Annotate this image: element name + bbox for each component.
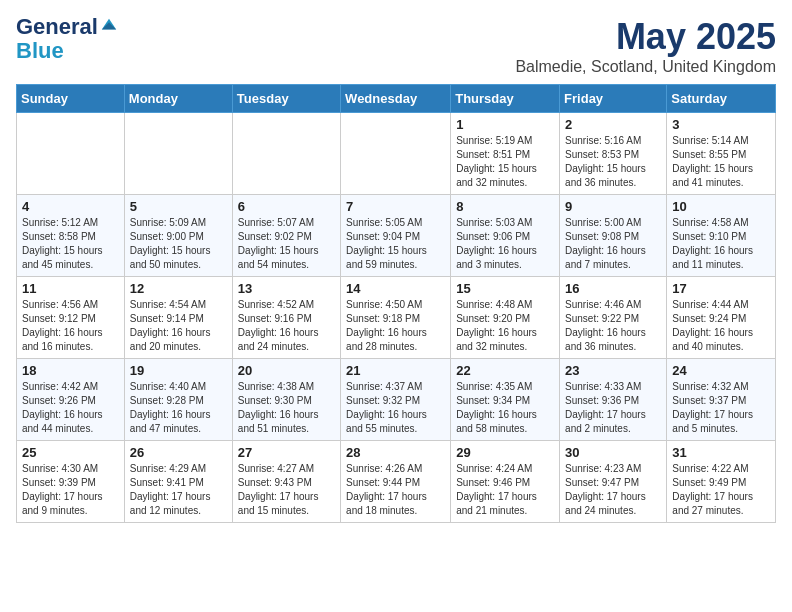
calendar-cell: 4Sunrise: 5:12 AMSunset: 8:58 PMDaylight…: [17, 195, 125, 277]
calendar-cell: 17Sunrise: 4:44 AMSunset: 9:24 PMDayligh…: [667, 277, 776, 359]
svg-marker-1: [102, 22, 116, 29]
day-header-saturday: Saturday: [667, 85, 776, 113]
day-number: 8: [456, 199, 554, 214]
day-info: Sunrise: 4:48 AMSunset: 9:20 PMDaylight:…: [456, 298, 554, 354]
day-info: Sunrise: 5:00 AMSunset: 9:08 PMDaylight:…: [565, 216, 661, 272]
day-info: Sunrise: 4:24 AMSunset: 9:46 PMDaylight:…: [456, 462, 554, 518]
day-number: 5: [130, 199, 227, 214]
calendar-cell: 23Sunrise: 4:33 AMSunset: 9:36 PMDayligh…: [560, 359, 667, 441]
day-number: 19: [130, 363, 227, 378]
calendar-cell: [341, 113, 451, 195]
day-info: Sunrise: 5:14 AMSunset: 8:55 PMDaylight:…: [672, 134, 770, 190]
day-info: Sunrise: 4:58 AMSunset: 9:10 PMDaylight:…: [672, 216, 770, 272]
day-header-monday: Monday: [124, 85, 232, 113]
day-number: 2: [565, 117, 661, 132]
day-info: Sunrise: 5:03 AMSunset: 9:06 PMDaylight:…: [456, 216, 554, 272]
day-number: 12: [130, 281, 227, 296]
day-info: Sunrise: 4:30 AMSunset: 9:39 PMDaylight:…: [22, 462, 119, 518]
day-number: 29: [456, 445, 554, 460]
calendar-cell: 15Sunrise: 4:48 AMSunset: 9:20 PMDayligh…: [451, 277, 560, 359]
logo-icon: [100, 17, 118, 35]
calendar-cell: 5Sunrise: 5:09 AMSunset: 9:00 PMDaylight…: [124, 195, 232, 277]
day-number: 9: [565, 199, 661, 214]
day-info: Sunrise: 4:35 AMSunset: 9:34 PMDaylight:…: [456, 380, 554, 436]
day-info: Sunrise: 5:19 AMSunset: 8:51 PMDaylight:…: [456, 134, 554, 190]
day-info: Sunrise: 4:54 AMSunset: 9:14 PMDaylight:…: [130, 298, 227, 354]
calendar-cell: 2Sunrise: 5:16 AMSunset: 8:53 PMDaylight…: [560, 113, 667, 195]
calendar-week-1: 1Sunrise: 5:19 AMSunset: 8:51 PMDaylight…: [17, 113, 776, 195]
day-number: 11: [22, 281, 119, 296]
calendar-cell: 31Sunrise: 4:22 AMSunset: 9:49 PMDayligh…: [667, 441, 776, 523]
day-number: 27: [238, 445, 335, 460]
calendar-week-5: 25Sunrise: 4:30 AMSunset: 9:39 PMDayligh…: [17, 441, 776, 523]
title-area: May 2025 Balmedie, Scotland, United King…: [515, 16, 776, 76]
calendar-cell: 30Sunrise: 4:23 AMSunset: 9:47 PMDayligh…: [560, 441, 667, 523]
day-header-tuesday: Tuesday: [232, 85, 340, 113]
day-number: 16: [565, 281, 661, 296]
day-info: Sunrise: 4:33 AMSunset: 9:36 PMDaylight:…: [565, 380, 661, 436]
day-header-wednesday: Wednesday: [341, 85, 451, 113]
day-header-thursday: Thursday: [451, 85, 560, 113]
calendar-week-4: 18Sunrise: 4:42 AMSunset: 9:26 PMDayligh…: [17, 359, 776, 441]
calendar-table: SundayMondayTuesdayWednesdayThursdayFrid…: [16, 84, 776, 523]
day-info: Sunrise: 4:50 AMSunset: 9:18 PMDaylight:…: [346, 298, 445, 354]
day-info: Sunrise: 5:16 AMSunset: 8:53 PMDaylight:…: [565, 134, 661, 190]
day-info: Sunrise: 5:05 AMSunset: 9:04 PMDaylight:…: [346, 216, 445, 272]
calendar-cell: 16Sunrise: 4:46 AMSunset: 9:22 PMDayligh…: [560, 277, 667, 359]
logo-blue-text: Blue: [16, 38, 64, 63]
calendar-cell: 27Sunrise: 4:27 AMSunset: 9:43 PMDayligh…: [232, 441, 340, 523]
day-info: Sunrise: 5:07 AMSunset: 9:02 PMDaylight:…: [238, 216, 335, 272]
day-info: Sunrise: 4:44 AMSunset: 9:24 PMDaylight:…: [672, 298, 770, 354]
day-info: Sunrise: 4:56 AMSunset: 9:12 PMDaylight:…: [22, 298, 119, 354]
day-info: Sunrise: 5:12 AMSunset: 8:58 PMDaylight:…: [22, 216, 119, 272]
day-info: Sunrise: 5:09 AMSunset: 9:00 PMDaylight:…: [130, 216, 227, 272]
day-number: 28: [346, 445, 445, 460]
day-number: 31: [672, 445, 770, 460]
calendar-cell: 19Sunrise: 4:40 AMSunset: 9:28 PMDayligh…: [124, 359, 232, 441]
day-info: Sunrise: 4:29 AMSunset: 9:41 PMDaylight:…: [130, 462, 227, 518]
calendar-cell: 13Sunrise: 4:52 AMSunset: 9:16 PMDayligh…: [232, 277, 340, 359]
calendar-cell: 26Sunrise: 4:29 AMSunset: 9:41 PMDayligh…: [124, 441, 232, 523]
calendar-week-2: 4Sunrise: 5:12 AMSunset: 8:58 PMDaylight…: [17, 195, 776, 277]
calendar-cell: 29Sunrise: 4:24 AMSunset: 9:46 PMDayligh…: [451, 441, 560, 523]
calendar-cell: 11Sunrise: 4:56 AMSunset: 9:12 PMDayligh…: [17, 277, 125, 359]
calendar-cell: 18Sunrise: 4:42 AMSunset: 9:26 PMDayligh…: [17, 359, 125, 441]
day-info: Sunrise: 4:26 AMSunset: 9:44 PMDaylight:…: [346, 462, 445, 518]
calendar-cell: 9Sunrise: 5:00 AMSunset: 9:08 PMDaylight…: [560, 195, 667, 277]
calendar-cell: 21Sunrise: 4:37 AMSunset: 9:32 PMDayligh…: [341, 359, 451, 441]
day-info: Sunrise: 4:42 AMSunset: 9:26 PMDaylight:…: [22, 380, 119, 436]
day-number: 18: [22, 363, 119, 378]
day-number: 1: [456, 117, 554, 132]
day-number: 22: [456, 363, 554, 378]
day-number: 20: [238, 363, 335, 378]
day-info: Sunrise: 4:40 AMSunset: 9:28 PMDaylight:…: [130, 380, 227, 436]
calendar-cell: 8Sunrise: 5:03 AMSunset: 9:06 PMDaylight…: [451, 195, 560, 277]
location-title: Balmedie, Scotland, United Kingdom: [515, 58, 776, 76]
calendar-header-row: SundayMondayTuesdayWednesdayThursdayFrid…: [17, 85, 776, 113]
calendar-cell: 28Sunrise: 4:26 AMSunset: 9:44 PMDayligh…: [341, 441, 451, 523]
day-header-friday: Friday: [560, 85, 667, 113]
day-info: Sunrise: 4:27 AMSunset: 9:43 PMDaylight:…: [238, 462, 335, 518]
calendar-cell: 1Sunrise: 5:19 AMSunset: 8:51 PMDaylight…: [451, 113, 560, 195]
month-title: May 2025: [515, 16, 776, 58]
day-number: 17: [672, 281, 770, 296]
day-number: 26: [130, 445, 227, 460]
day-number: 21: [346, 363, 445, 378]
day-info: Sunrise: 4:52 AMSunset: 9:16 PMDaylight:…: [238, 298, 335, 354]
day-number: 23: [565, 363, 661, 378]
day-number: 7: [346, 199, 445, 214]
calendar-cell: 25Sunrise: 4:30 AMSunset: 9:39 PMDayligh…: [17, 441, 125, 523]
day-number: 3: [672, 117, 770, 132]
day-info: Sunrise: 4:38 AMSunset: 9:30 PMDaylight:…: [238, 380, 335, 436]
day-number: 15: [456, 281, 554, 296]
day-info: Sunrise: 4:46 AMSunset: 9:22 PMDaylight:…: [565, 298, 661, 354]
calendar-week-3: 11Sunrise: 4:56 AMSunset: 9:12 PMDayligh…: [17, 277, 776, 359]
day-number: 6: [238, 199, 335, 214]
day-number: 13: [238, 281, 335, 296]
logo: General Blue: [16, 16, 118, 64]
calendar-cell: 14Sunrise: 4:50 AMSunset: 9:18 PMDayligh…: [341, 277, 451, 359]
day-info: Sunrise: 4:22 AMSunset: 9:49 PMDaylight:…: [672, 462, 770, 518]
header: General Blue May 2025 Balmedie, Scotland…: [16, 16, 776, 76]
day-info: Sunrise: 4:32 AMSunset: 9:37 PMDaylight:…: [672, 380, 770, 436]
calendar-cell: 10Sunrise: 4:58 AMSunset: 9:10 PMDayligh…: [667, 195, 776, 277]
